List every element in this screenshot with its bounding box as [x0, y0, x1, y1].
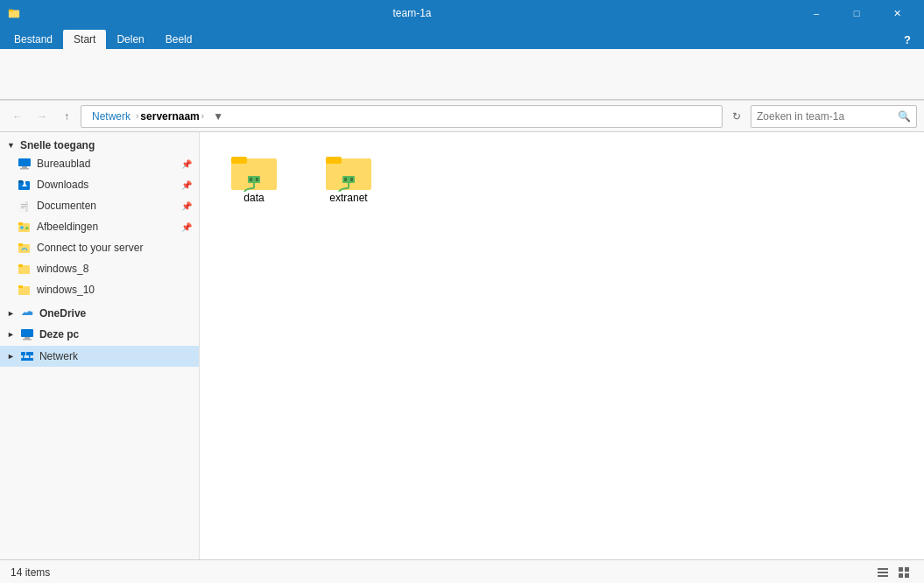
- tab-beeld[interactable]: Beeld: [155, 30, 203, 49]
- svg-rect-33: [231, 157, 247, 164]
- search-icon[interactable]: 🔍: [898, 110, 911, 123]
- pin-icon-afbeeldingen: 📌: [181, 222, 192, 232]
- address-bar: ← → ↑ Netwerk › servernaam › ▼ ↻ 🔍: [0, 101, 924, 132]
- connect-server-label: Connect to your server: [37, 242, 143, 254]
- back-button[interactable]: ←: [7, 106, 28, 127]
- sidebar: ▼ Snelle toegang Bureaublad 📌: [0, 132, 200, 559]
- bureaublad-label: Bureaublad: [37, 158, 90, 170]
- forward-button[interactable]: →: [32, 106, 53, 127]
- title-bar-icons: [7, 6, 21, 20]
- snelle-toegang-label: Snelle toegang: [20, 139, 95, 151]
- svg-point-16: [20, 226, 24, 229]
- sidebar-section-netwerk: ► Netwerk: [0, 346, 199, 367]
- deze-pc-label: Deze pc: [39, 328, 79, 341]
- downloads-folder-icon: [18, 179, 32, 191]
- close-button[interactable]: ✕: [877, 0, 917, 26]
- sidebar-item-documenten[interactable]: Documenten 📌: [0, 195, 199, 216]
- dropdown-button[interactable]: ▼: [208, 106, 229, 127]
- tab-bestand[interactable]: Bestand: [4, 30, 63, 49]
- sidebar-item-bureaublad[interactable]: Bureaublad 📌: [0, 153, 199, 174]
- svg-rect-43: [350, 178, 353, 181]
- netwerk-icon: [20, 350, 34, 362]
- deze-pc-icon: [20, 328, 34, 341]
- svg-rect-2: [18, 158, 31, 166]
- search-box[interactable]: 🔍: [751, 105, 917, 128]
- content-area: data extranet: [200, 132, 924, 559]
- documenten-label: Documenten: [37, 200, 96, 212]
- sidebar-item-windows8[interactable]: windows_8: [0, 258, 199, 279]
- netwerk-label: Netwerk: [39, 350, 78, 362]
- svg-rect-49: [899, 573, 903, 578]
- svg-rect-6: [18, 180, 23, 183]
- svg-rect-24: [21, 329, 33, 337]
- afbeeldingen-icon: [18, 221, 32, 233]
- help-button[interactable]: ?: [898, 30, 917, 49]
- sidebar-item-connect-server[interactable]: Connect to your server: [0, 237, 199, 258]
- downloads-label: Downloads: [37, 179, 88, 191]
- tab-delen[interactable]: Delen: [106, 30, 154, 49]
- svg-rect-4: [20, 168, 29, 170]
- sidebar-item-afbeeldingen[interactable]: Afbeeldingen 📌: [0, 216, 199, 237]
- chevron-onedrive-icon: ►: [7, 309, 15, 318]
- windows8-folder-icon: [18, 263, 32, 275]
- svg-rect-42: [344, 178, 347, 181]
- ribbon-content: [0, 49, 924, 100]
- sidebar-header-onedrive[interactable]: ► OneDrive: [0, 304, 199, 321]
- svg-rect-27: [21, 352, 25, 355]
- windows8-label: windows_8: [37, 263, 88, 275]
- svg-rect-23: [18, 285, 23, 288]
- svg-rect-39: [326, 157, 342, 164]
- svg-rect-31: [21, 358, 33, 361]
- sidebar-section-onedrive: ► OneDrive: [0, 304, 199, 321]
- search-input[interactable]: [757, 110, 898, 123]
- bread-netwerk[interactable]: Netwerk: [88, 109, 134, 124]
- svg-rect-47: [899, 567, 903, 572]
- svg-rect-46: [878, 575, 888, 577]
- chevron-netwerk-icon: ►: [7, 352, 15, 361]
- view-large-icons-button[interactable]: [894, 563, 913, 582]
- desktop-icon: [18, 158, 32, 170]
- svg-rect-36: [250, 178, 252, 181]
- chevron-deze-pc-icon: ►: [7, 330, 15, 339]
- address-input[interactable]: Netwerk › servernaam › ▼: [81, 105, 723, 128]
- windows10-label: windows_10: [37, 284, 95, 296]
- folder-item-data[interactable]: data: [210, 143, 298, 211]
- svg-rect-3: [22, 166, 27, 168]
- main-container: ▼ Snelle toegang Bureaublad 📌: [0, 132, 924, 559]
- tab-start[interactable]: Start: [63, 30, 106, 49]
- svg-rect-37: [256, 178, 258, 181]
- bread-sep-2: ›: [201, 111, 204, 121]
- bread-servernaam: servernaam: [140, 110, 199, 123]
- extranet-folder-label: extranet: [329, 192, 367, 204]
- pin-icon-downloads: 📌: [181, 180, 192, 190]
- windows10-folder-icon: [18, 284, 32, 296]
- sidebar-item-windows10[interactable]: windows_10: [0, 279, 199, 300]
- svg-rect-13: [21, 207, 25, 208]
- svg-rect-11: [21, 204, 26, 205]
- folder-grid: data extranet: [210, 143, 913, 211]
- sidebar-header-snelle-toegang[interactable]: ▼ Snelle toegang: [0, 136, 199, 153]
- sidebar-section-deze-pc: ► Deze pc: [0, 325, 199, 342]
- sidebar-item-netwerk[interactable]: ► Netwerk: [0, 346, 199, 367]
- ribbon: Bestand Start Delen Beeld ?: [0, 26, 924, 101]
- sidebar-header-deze-pc[interactable]: ► Deze pc: [0, 325, 199, 342]
- onedrive-label: OneDrive: [39, 307, 86, 320]
- svg-rect-19: [18, 243, 23, 246]
- ribbon-tabs: Bestand Start Delen Beeld ?: [0, 26, 924, 49]
- folder-item-extranet[interactable]: extranet: [305, 143, 392, 211]
- view-details-button[interactable]: [873, 563, 892, 582]
- sidebar-section-snelle-toegang: ▼ Snelle toegang Bureaublad 📌: [0, 136, 199, 300]
- svg-rect-45: [878, 572, 888, 573]
- afbeeldingen-label: Afbeeldingen: [37, 221, 98, 233]
- up-button[interactable]: ↑: [56, 106, 77, 127]
- svg-rect-21: [18, 264, 23, 267]
- pin-icon-documenten: 📌: [181, 201, 192, 211]
- maximize-button[interactable]: □: [836, 0, 877, 26]
- svg-rect-30: [29, 355, 31, 358]
- minimize-button[interactable]: –: [796, 0, 836, 26]
- svg-rect-48: [905, 567, 909, 572]
- svg-rect-28: [26, 352, 33, 355]
- refresh-button[interactable]: ↻: [726, 106, 747, 127]
- sidebar-item-downloads[interactable]: Downloads 📌: [0, 174, 199, 195]
- onedrive-icon: [20, 307, 34, 320]
